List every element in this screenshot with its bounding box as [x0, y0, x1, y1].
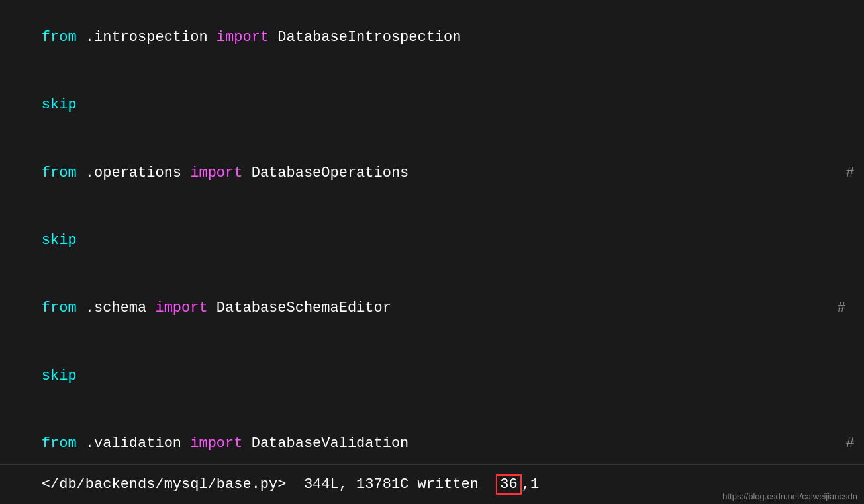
status-col: ,1 — [522, 476, 539, 493]
keyword-import-2: import — [190, 165, 242, 181]
keyword-from-3: from — [42, 300, 77, 316]
code-line-2: skip — [7, 71, 857, 139]
comment-2: # — [845, 165, 854, 181]
code-line-5: from .schema import DatabaseSchemaEditor… — [7, 274, 857, 342]
comment-4: # — [845, 435, 854, 452]
status-line-number: 36 — [496, 474, 521, 495]
code-line-3: from .operations import DatabaseOperatio… — [7, 140, 857, 207]
keyword-from-4: from — [42, 435, 77, 452]
watermark: https://blog.csdn.net/caiweijiancsdn — [722, 491, 857, 501]
keyword-import-4: import — [190, 435, 242, 452]
keyword-skip-2: skip — [42, 232, 77, 249]
keyword-from-1: from — [42, 29, 77, 46]
code-line-1: from .introspection import DatabaseIntro… — [7, 4, 857, 71]
code-editor: from .introspection import DatabaseIntro… — [0, 0, 864, 464]
code-line-6: skip — [7, 342, 857, 409]
keyword-from-2: from — [42, 165, 77, 181]
status-info: 344L, 13781C written — [304, 476, 479, 493]
keyword-import-3: import — [155, 300, 207, 316]
keyword-import-1: import — [216, 29, 269, 46]
code-line-4: skip — [7, 207, 857, 274]
comment-3: # — [837, 300, 845, 316]
status-filepath: </db/backends/mysql/base.py> — [42, 476, 287, 493]
keyword-skip-3: skip — [42, 368, 77, 384]
keyword-skip-1: skip — [42, 97, 77, 113]
